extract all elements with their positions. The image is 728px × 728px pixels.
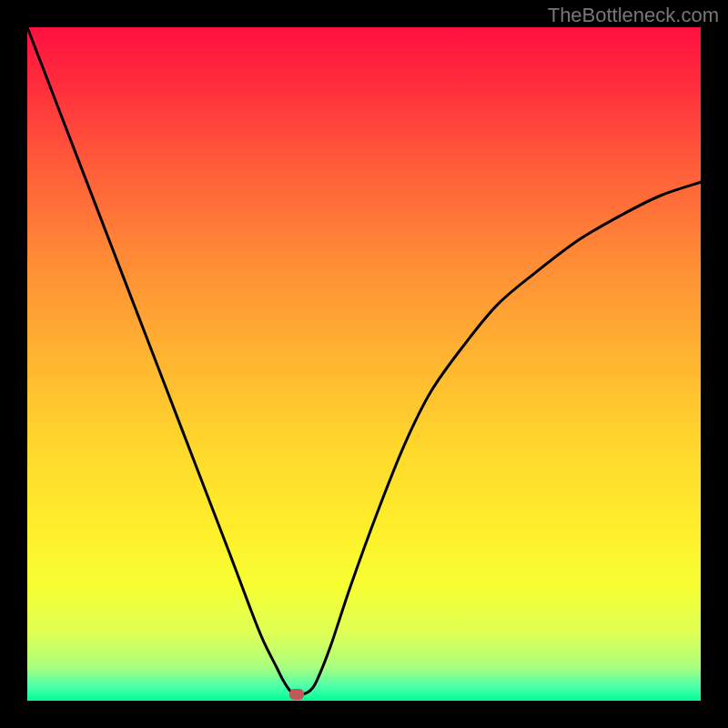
curve-svg bbox=[27, 27, 701, 701]
bottleneck-curve-path bbox=[27, 27, 701, 694]
optimal-point-marker bbox=[289, 689, 304, 700]
attribution-text: TheBottleneck.com bbox=[548, 4, 719, 27]
bottleneck-chart bbox=[27, 27, 701, 701]
